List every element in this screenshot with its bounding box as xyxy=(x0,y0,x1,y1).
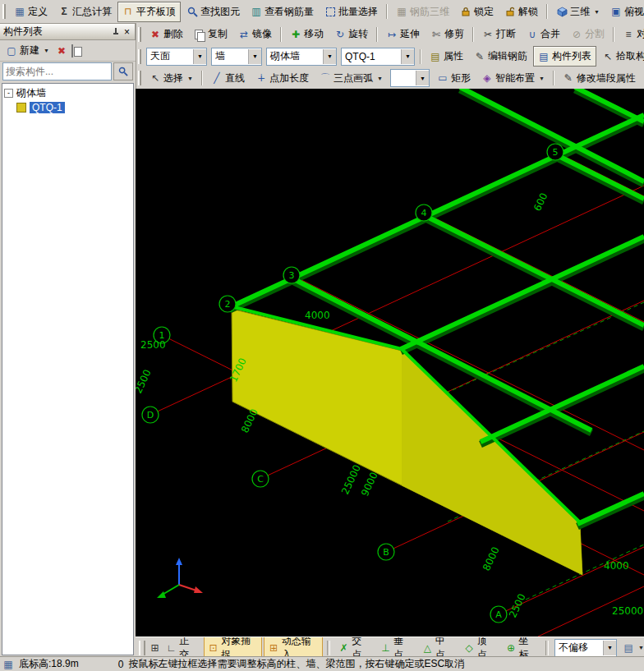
modify-wall-segment-label: 修改墙段属性 xyxy=(577,71,636,85)
sigma-icon: Σ xyxy=(58,7,70,16)
intersection-snap-toggle[interactable]: ✗ 交点 xyxy=(334,637,375,658)
pick-component-icon: ↖ xyxy=(602,52,614,62)
align-slab-top-label: 平齐板顶 xyxy=(136,5,176,19)
axis-bubble-D[interactable]: D xyxy=(142,407,159,423)
unlock-label: 解锁 xyxy=(518,5,538,19)
three-point-arc-button[interactable]: ⌒ 三点画弧 ▼ xyxy=(315,68,388,89)
three-point-arc-label: 三点画弧 xyxy=(334,71,373,85)
axis-bubble-C[interactable]: C xyxy=(252,471,269,487)
axis-bubble-3[interactable]: 3 xyxy=(283,267,300,283)
top-view-button[interactable]: ▣ 俯视 ▼ xyxy=(605,2,644,22)
midpoint-snap-toggle[interactable]: △ 中点 xyxy=(418,637,458,658)
rectangle-tool-button[interactable]: ▭ 矩形 xyxy=(432,68,476,89)
3d-model-view[interactable]: 12345DCBA2500250040001700800025000900080… xyxy=(136,89,644,637)
copy-button[interactable]: 复制 xyxy=(189,24,232,44)
arc-mode-combo[interactable]: ▼ xyxy=(390,69,430,87)
coordinate-snap-toggle[interactable]: ⊕ 坐标 xyxy=(501,637,541,658)
delete-button[interactable]: ✖ 删除 xyxy=(145,24,188,44)
ortho-icon: ∟ xyxy=(166,643,177,653)
search-input[interactable] xyxy=(2,62,112,80)
split-button[interactable]: ⊘ 分割 xyxy=(566,24,610,44)
axis-bubble-label: A xyxy=(495,609,502,620)
smart-layout-button[interactable]: ◈ 智能布置 ▼ xyxy=(476,68,550,89)
axis-bubble-4[interactable]: 4 xyxy=(416,205,432,221)
align-label: 对齐 xyxy=(637,27,644,41)
type-combo[interactable]: 砌体墙 ▼ xyxy=(266,48,337,66)
break-label: 打断 xyxy=(496,27,516,41)
chevron-down-icon: ▼ xyxy=(638,645,644,650)
view-3d-button[interactable]: 三维 ▼ xyxy=(551,2,605,22)
attribute-button[interactable]: ▤ 属性 xyxy=(425,46,468,67)
chevron-down-icon[interactable]: ▼ xyxy=(416,71,429,85)
chevron-down-icon: ▼ xyxy=(594,9,600,15)
axis-bubble-A[interactable]: A xyxy=(490,606,507,623)
offset-combo[interactable]: 不偏移 ▼ xyxy=(554,639,617,657)
toolbar-grip[interactable] xyxy=(138,49,141,64)
axis-bubble-5[interactable]: 5 xyxy=(547,144,564,160)
rectangle-tool-label: 矩形 xyxy=(451,71,471,85)
rebar-3d-button[interactable]: ▦ 钢筋三维 xyxy=(391,2,454,22)
point-plus-length-button[interactable]: ∔ 点加长度 xyxy=(251,68,314,89)
component-combo[interactable]: QTQ-1 ▼ xyxy=(341,48,415,66)
delete-component-icon[interactable]: ✖ xyxy=(56,46,67,56)
chevron-down-icon[interactable]: ▼ xyxy=(603,641,616,655)
align-button[interactable]: ≡ 对齐 ▼ xyxy=(618,24,644,44)
edit-rebar-button[interactable]: ✎ 编辑钢筋 xyxy=(469,46,532,67)
chevron-down-icon: ▼ xyxy=(44,48,49,53)
toolbar-grip[interactable] xyxy=(139,641,145,655)
chevron-down-icon[interactable]: ▼ xyxy=(248,49,261,64)
rotate-button[interactable]: ↻ 旋转 xyxy=(329,24,373,44)
ortho-toggle[interactable]: ∟ 正交 xyxy=(162,637,202,658)
tree-node-masonry-wall[interactable]: - 砌体墙 xyxy=(4,86,131,100)
dynamic-input-toggle[interactable]: ⊞ 动态输入 xyxy=(264,637,323,658)
pick-component-button[interactable]: ↖ 拾取构件 xyxy=(597,46,644,67)
move-button[interactable]: ✚ 移动 xyxy=(285,24,329,44)
toolbar-grip[interactable] xyxy=(2,4,6,19)
mirror-button[interactable]: ⇄ 镜像 xyxy=(233,24,277,44)
unlock-button[interactable]: 解锁 xyxy=(499,2,543,22)
component-list-button[interactable]: ▤ 构件列表 xyxy=(533,46,596,67)
split-icon: ⊘ xyxy=(571,30,582,39)
view-rebar-qty-button[interactable]: ▥ 查看钢筋量 xyxy=(246,2,319,22)
lock-button[interactable]: 锁定 xyxy=(455,2,499,22)
break-button[interactable]: ✂ 打断 xyxy=(477,24,521,44)
grid-toggle-icon[interactable]: ⊞ xyxy=(150,643,160,653)
batch-select-button[interactable]: 批量选择 xyxy=(320,2,383,22)
chevron-down-icon[interactable]: ▼ xyxy=(401,49,414,64)
move-label: 移动 xyxy=(304,27,324,41)
find-element-button[interactable]: 查找图元 xyxy=(182,2,245,22)
object-snap-toggle[interactable]: ⊡ 对象捕捉 xyxy=(204,637,263,658)
perpendicular-snap-toggle[interactable]: ⊥ 垂点 xyxy=(376,637,416,658)
new-component-button[interactable]: ▢ 新建 ▼ xyxy=(3,42,52,59)
copy-component-icon[interactable] xyxy=(71,45,75,57)
close-icon[interactable]: × xyxy=(122,28,131,36)
search-button[interactable] xyxy=(113,62,133,80)
summary-calc-button[interactable]: Σ 汇总计算 xyxy=(53,2,117,22)
axis-bubble-B[interactable]: B xyxy=(378,544,394,560)
status-grid-icon[interactable]: ▦ xyxy=(2,660,14,669)
align-slab-top-button[interactable]: ⊓ 平齐板顶 xyxy=(117,2,181,22)
dimension-label: 25000 xyxy=(612,605,643,617)
modify-wall-segment-button[interactable]: ✎ 修改墙段属性 xyxy=(558,68,641,89)
drawing-canvas[interactable]: 12345DCBA2500250040001700800025000900080… xyxy=(136,89,644,637)
pin-icon[interactable] xyxy=(113,28,119,36)
chevron-down-icon[interactable]: ▼ xyxy=(193,49,206,64)
merge-button[interactable]: ∪ 合并 xyxy=(522,24,565,44)
toolbar-grip[interactable] xyxy=(138,27,141,42)
dimension-label: 8000 xyxy=(239,407,260,435)
trim-button[interactable]: ✄ 修剪 xyxy=(426,24,469,44)
toolbar-separator xyxy=(553,71,554,85)
floor-combo[interactable]: 天面 ▼ xyxy=(146,48,207,66)
extend-button[interactable]: ↦ 延伸 xyxy=(381,24,425,44)
snapbar-more-button[interactable]: ▤ ▼ xyxy=(620,641,644,655)
tree-node-qtq1[interactable]: QTQ-1 xyxy=(16,100,131,114)
toolbar-grip[interactable] xyxy=(138,71,141,85)
line-tool-button[interactable]: ╱ 直线 xyxy=(206,68,250,89)
select-tool-button[interactable]: ↖ 选择 ▼ xyxy=(145,68,198,89)
tree-expander-icon[interactable]: - xyxy=(4,89,13,98)
chevron-down-icon[interactable]: ▼ xyxy=(323,49,336,64)
vertex-snap-toggle[interactable]: ◇ 顶点 xyxy=(459,637,499,658)
axis-bubble-2[interactable]: 2 xyxy=(219,296,236,312)
define-button[interactable]: ▦ 定义 xyxy=(9,2,53,22)
category-combo[interactable]: 墙 ▼ xyxy=(211,48,262,66)
